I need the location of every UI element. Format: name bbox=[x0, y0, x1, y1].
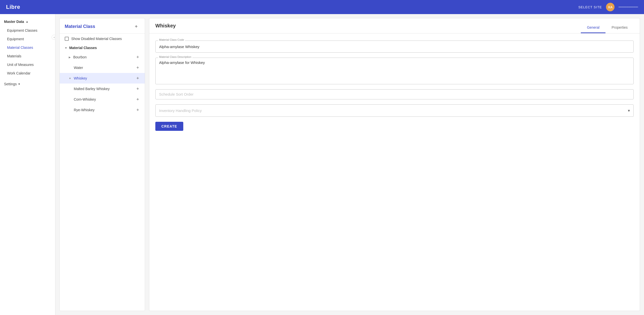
detail-title: Whiskey bbox=[155, 23, 176, 33]
whiskey-label: Whiskey bbox=[74, 76, 87, 80]
master-data-chevron: ▲ bbox=[25, 20, 28, 23]
material-class-panel: Material Class + Show Disabled Material … bbox=[59, 18, 145, 311]
water-label: Water bbox=[74, 66, 83, 70]
tree-item-rye-whiskey[interactable]: Rye-Whiskey + bbox=[60, 105, 145, 115]
whiskey-expand-icon: ▼ bbox=[69, 77, 71, 80]
code-label: Material Class Code bbox=[158, 38, 185, 41]
tree-item-whiskey[interactable]: ▼ Whiskey + bbox=[60, 73, 145, 84]
material-class-description-field: Material Class Description bbox=[155, 58, 634, 84]
avatar[interactable]: XA bbox=[606, 3, 615, 11]
code-input[interactable] bbox=[159, 43, 630, 50]
description-label: Material Class Description bbox=[158, 55, 192, 58]
main-content: Material Class + Show Disabled Material … bbox=[55, 14, 644, 315]
add-material-class-button[interactable]: + bbox=[133, 23, 140, 30]
detail-panel: Whiskey General Properties Material Clas… bbox=[149, 18, 640, 311]
sidebar-item-equipment-classes[interactable]: Equipment Classes bbox=[0, 26, 55, 35]
tree-item-corn-whiskey[interactable]: Corn-Whiskey + bbox=[60, 94, 145, 105]
inventory-dropdown-arrow: ▾ bbox=[628, 108, 630, 113]
corn-whiskey-label: Corn-Whiskey bbox=[74, 97, 96, 101]
create-button[interactable]: CREATE bbox=[155, 122, 183, 131]
detail-body: Material Class Code Material Class Descr… bbox=[149, 33, 640, 138]
tab-general[interactable]: General bbox=[581, 22, 605, 33]
topbar: Libre SELECT SITE XA ━━━━━━━━━━━ bbox=[0, 0, 644, 14]
panel-left-header: Material Class + bbox=[60, 18, 145, 34]
sidebar-item-materials[interactable]: Materials bbox=[0, 52, 55, 60]
panel-title: Material Class bbox=[65, 24, 95, 29]
inventory-handling-policy-field[interactable]: Inventory Handling Policy ▾ bbox=[155, 104, 634, 117]
show-disabled-label: Show Disabled Material Classes bbox=[71, 37, 122, 41]
master-data-section[interactable]: Master Data ▲ bbox=[0, 17, 55, 26]
settings-label: Settings bbox=[4, 82, 17, 86]
sidebar-item-equipment[interactable]: Equipment bbox=[0, 35, 55, 43]
sort-order-placeholder: Schedule Sort Order bbox=[159, 92, 194, 96]
topbar-right: SELECT SITE XA ━━━━━━━━━━━ bbox=[578, 3, 638, 11]
master-data-label: Master Data bbox=[4, 20, 24, 24]
bourbon-expand-icon: ▶ bbox=[69, 56, 71, 59]
inventory-placeholder: Inventory Handling Policy bbox=[159, 108, 202, 113]
material-class-code-field: Material Class Code bbox=[155, 41, 634, 53]
show-disabled-checkbox[interactable] bbox=[65, 37, 69, 41]
tree-item-malted-barley-whiskey[interactable]: Malted Barley Whiskey + bbox=[60, 84, 145, 94]
settings-section[interactable]: Settings ▾ bbox=[0, 80, 55, 89]
schedule-sort-order-field[interactable]: Schedule Sort Order bbox=[155, 89, 634, 99]
sidebar-item-material-classes[interactable]: Material Classes bbox=[0, 43, 55, 52]
sidebar: ‹ Master Data ▲ Equipment Classes Equipm… bbox=[0, 14, 55, 315]
sidebar-item-work-calendar[interactable]: Work Calendar bbox=[0, 69, 55, 77]
rye-whiskey-add-button[interactable]: + bbox=[135, 107, 141, 113]
show-disabled-row[interactable]: Show Disabled Material Classes bbox=[60, 34, 145, 44]
select-site-button[interactable]: SELECT SITE bbox=[578, 5, 602, 9]
tree-group-label: Material Classes bbox=[69, 46, 97, 50]
tab-bar: General Properties bbox=[581, 22, 634, 33]
sidebar-item-unit-of-measures[interactable]: Unit of Measures bbox=[0, 60, 55, 69]
material-class-tree: ▼ Material Classes ▶ Bourbon + Water bbox=[60, 44, 145, 311]
malted-barley-whiskey-add-button[interactable]: + bbox=[135, 86, 141, 92]
tab-properties[interactable]: Properties bbox=[605, 22, 634, 33]
tree-group-material-classes[interactable]: ▼ Material Classes bbox=[60, 44, 145, 52]
bourbon-label: Bourbon bbox=[73, 55, 87, 59]
bourbon-add-button[interactable]: + bbox=[135, 54, 141, 60]
tree-item-bourbon[interactable]: ▶ Bourbon + bbox=[60, 52, 145, 62]
settings-chevron: ▾ bbox=[18, 82, 20, 86]
sidebar-collapse-button[interactable]: ‹ bbox=[52, 35, 55, 40]
detail-header: Whiskey General Properties bbox=[149, 18, 640, 33]
description-input[interactable] bbox=[159, 60, 630, 81]
tree-group-arrow: ▼ bbox=[65, 47, 67, 49]
corn-whiskey-add-button[interactable]: + bbox=[135, 96, 141, 102]
rye-whiskey-label: Rye-Whiskey bbox=[74, 108, 94, 112]
water-add-button[interactable]: + bbox=[135, 65, 141, 71]
tree-item-water[interactable]: Water + bbox=[60, 62, 145, 73]
topbar-extra-info: ━━━━━━━━━━━ bbox=[619, 5, 638, 9]
whiskey-add-button[interactable]: + bbox=[135, 75, 141, 81]
layout: ‹ Master Data ▲ Equipment Classes Equipm… bbox=[0, 14, 644, 315]
malted-barley-whiskey-label: Malted Barley Whiskey bbox=[74, 87, 110, 91]
app-title: Libre bbox=[6, 4, 20, 10]
